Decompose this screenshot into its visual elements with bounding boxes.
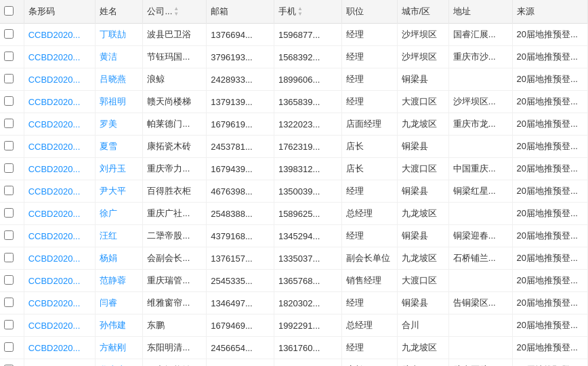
header-company[interactable]: 公司... ▲▼ — [143, 0, 207, 24]
row-email: 2428933... — [207, 68, 274, 91]
row-checkbox[interactable] — [4, 275, 14, 285]
row-barcode[interactable]: CCBD2020... — [24, 46, 96, 68]
row-checkbox-cell[interactable] — [0, 91, 24, 113]
row-name[interactable]: 刘丹玉 — [96, 158, 143, 180]
row-name[interactable]: 范静蓉 — [96, 270, 143, 292]
row-checkbox-cell[interactable] — [0, 292, 24, 314]
row-checkbox-cell[interactable] — [0, 270, 24, 292]
table-row: CCBD2020...方献刚东阳明清...2456654...1361760..… — [0, 337, 588, 359]
select-all-checkbox[interactable] — [4, 6, 14, 16]
row-checkbox[interactable] — [4, 52, 14, 61]
row-barcode[interactable]: CCBD2020... — [24, 359, 96, 367]
row-city: 沙坪坝区 — [397, 46, 448, 68]
row-checkbox[interactable] — [4, 29, 14, 39]
table-header: 条形码 姓名 公司... ▲▼ 邮箱 — [0, 0, 588, 24]
row-barcode[interactable]: CCBD2020... — [24, 158, 96, 180]
row-checkbox[interactable] — [4, 298, 14, 307]
row-checkbox[interactable] — [4, 96, 14, 106]
row-checkbox[interactable] — [4, 230, 14, 240]
header-position: 职位 — [341, 0, 397, 24]
row-company: 重庆瑞管... — [143, 270, 207, 292]
row-position: 副会长单位 — [341, 247, 397, 270]
row-position: 总经理 — [341, 314, 397, 337]
row-name[interactable]: 丁联劼 — [96, 24, 143, 46]
row-checkbox-cell[interactable] — [0, 113, 24, 136]
row-barcode[interactable]: CCBD2020... — [24, 136, 96, 158]
row-city: 璧山 — [397, 359, 448, 367]
row-company: 赣天尚楼梯 — [143, 91, 207, 113]
row-position: 经理 — [341, 46, 397, 68]
row-checkbox-cell[interactable] — [0, 359, 24, 367]
row-name[interactable]: 罗美 — [96, 113, 143, 136]
row-barcode[interactable]: CCBD2020... — [24, 180, 96, 203]
row-email: 1346497... — [207, 292, 274, 314]
row-barcode[interactable]: CCBD2020... — [24, 68, 96, 91]
table-row: CCBD2020...孙伟建东鹏1679469...1992291...总经理合… — [0, 314, 588, 337]
row-barcode[interactable]: CCBD2020... — [24, 203, 96, 225]
row-checkbox-cell[interactable] — [0, 24, 24, 46]
row-checkbox[interactable] — [4, 186, 14, 195]
row-checkbox[interactable] — [4, 342, 14, 352]
row-name[interactable]: 尹大平 — [96, 180, 143, 203]
row-name[interactable]: 孙伟建 — [96, 314, 143, 337]
row-name[interactable]: 杨娟 — [96, 247, 143, 270]
row-checkbox[interactable] — [4, 320, 14, 329]
row-address: 沙坪坝区... — [448, 91, 512, 113]
row-email: 1379139... — [207, 91, 274, 113]
row-checkbox[interactable] — [4, 74, 14, 83]
row-barcode[interactable]: CCBD2020... — [24, 247, 96, 270]
row-company: 二犟帝股... — [143, 225, 207, 247]
row-name[interactable]: 闫睿 — [96, 292, 143, 314]
row-position: 经理 — [341, 337, 397, 359]
row-barcode[interactable]: CCBD2020... — [24, 113, 96, 136]
row-barcode[interactable]: CCBD2020... — [24, 337, 96, 359]
row-checkbox-cell[interactable] — [0, 136, 24, 158]
row-checkbox[interactable] — [4, 253, 14, 262]
header-checkbox-cell[interactable] — [0, 0, 24, 24]
row-checkbox-cell[interactable] — [0, 46, 24, 68]
row-checkbox[interactable] — [4, 208, 14, 218]
row-name[interactable]: 夏雪 — [96, 136, 143, 158]
row-checkbox-cell[interactable] — [0, 247, 24, 270]
row-phone: 1365839... — [274, 91, 341, 113]
company-sort-icon[interactable]: ▲▼ — [173, 6, 179, 17]
row-barcode[interactable]: CCBD2020... — [24, 24, 96, 46]
row-email: 3796193... — [207, 46, 274, 68]
row-name[interactable]: 方献刚 — [96, 337, 143, 359]
row-address: 国睿汇展... — [448, 24, 512, 46]
row-checkbox-cell[interactable] — [0, 68, 24, 91]
row-name[interactable]: 郭祖明 — [96, 91, 143, 113]
row-barcode[interactable]: CCBD2020... — [24, 314, 96, 337]
row-checkbox[interactable] — [4, 141, 14, 150]
row-checkbox[interactable] — [4, 119, 14, 128]
row-checkbox[interactable] — [4, 163, 14, 173]
row-checkbox-cell[interactable] — [0, 337, 24, 359]
phone-sort-icon[interactable]: ▲▼ — [297, 6, 303, 17]
row-name[interactable]: 吕晓燕 — [96, 68, 143, 91]
table-row: CCBD2020...郭祖明赣天尚楼梯1379139...1365839...经… — [0, 91, 588, 113]
row-name[interactable]: 黄洁 — [96, 46, 143, 68]
row-source: 20届地推预登... — [512, 247, 587, 270]
row-company: 康拓瓷木砖 — [143, 136, 207, 158]
table-row: CCBD2020...闫睿维雅窗帘...1346497...1820302...… — [0, 292, 588, 314]
row-checkbox-cell[interactable] — [0, 180, 24, 203]
row-address — [448, 203, 512, 225]
header-phone[interactable]: 手机 ▲▼ — [274, 0, 341, 24]
row-company: 重庆广社... — [143, 203, 207, 225]
row-company: 王力智能锁 — [143, 359, 207, 367]
row-barcode[interactable]: CCBD2020... — [24, 225, 96, 247]
row-barcode[interactable]: CCBD2020... — [24, 270, 96, 292]
table-row: CCBD2020...刘丹玉重庆帝力...1679439...1398312..… — [0, 158, 588, 180]
row-checkbox-cell[interactable] — [0, 225, 24, 247]
row-name[interactable]: 徐广 — [96, 203, 143, 225]
row-checkbox-cell[interactable] — [0, 203, 24, 225]
row-source: 20届地推预登... — [512, 203, 587, 225]
row-checkbox-cell[interactable] — [0, 158, 24, 180]
row-barcode[interactable]: CCBD2020... — [24, 292, 96, 314]
row-source: 20届地推预登... — [512, 180, 587, 203]
row-address — [448, 314, 512, 337]
row-name[interactable]: 谷山东 — [96, 359, 143, 367]
row-barcode[interactable]: CCBD2020... — [24, 91, 96, 113]
row-name[interactable]: 汪红 — [96, 225, 143, 247]
row-checkbox-cell[interactable] — [0, 314, 24, 337]
